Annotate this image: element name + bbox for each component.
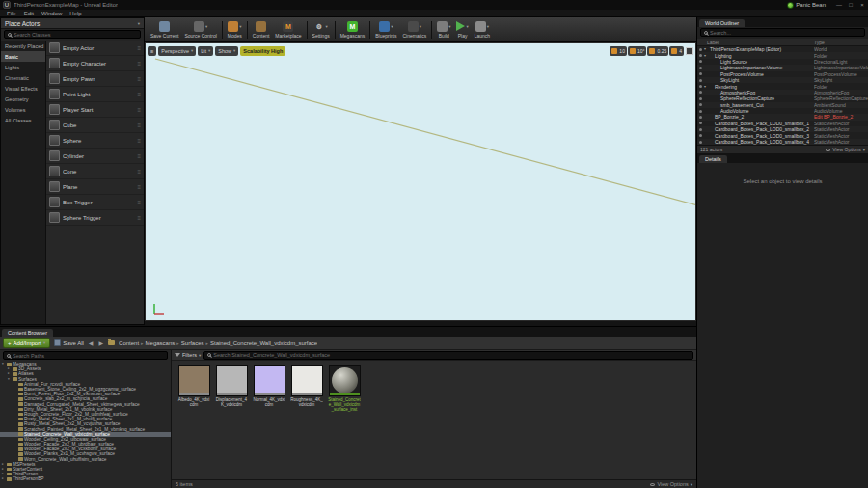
asset-tile[interactable]: Normal_4K_vdxicdm — [253, 365, 285, 407]
asset-tile[interactable]: Stained_Concrete_Wall_vdxicdm_surface_in… — [328, 365, 361, 413]
place-actor-item[interactable]: Box Trigger ≡ — [46, 195, 144, 210]
breadcrumb-item[interactable]: Surfaces — [181, 340, 204, 346]
column-type[interactable]: Type — [814, 40, 868, 45]
place-actor-item[interactable]: Cube ≡ — [46, 118, 144, 133]
visibility-eye-icon[interactable] — [697, 122, 704, 124]
place-actor-item[interactable]: Cone ≡ — [46, 164, 144, 179]
dropdown-arrow-icon[interactable]: ▾ — [239, 24, 241, 29]
visibility-eye-icon[interactable] — [697, 79, 704, 82]
outliner-view-options[interactable]: View Options ▾ — [826, 147, 865, 152]
outliner-search[interactable] — [700, 28, 865, 37]
drag-grip-icon[interactable]: ≡ — [137, 153, 141, 159]
back-arrow-icon[interactable]: ◀ — [88, 339, 95, 346]
chevron-down-icon[interactable]: ▾ — [138, 21, 140, 26]
outliner-row[interactable]: SkyLight SkyLight — [697, 77, 868, 83]
breadcrumb-item[interactable]: Megascans — [146, 340, 176, 346]
outliner-row[interactable]: smb_basement_Cut AmbientSound — [697, 102, 868, 108]
outliner-row[interactable]: ▾ Lighting Folder — [697, 52, 868, 58]
place-actor-item[interactable]: Point Light ≡ — [46, 87, 144, 102]
toolbar-button[interactable]: ▾ Cinematics — [399, 18, 429, 41]
column-label[interactable]: Label — [697, 40, 814, 45]
visibility-eye-icon[interactable] — [697, 67, 704, 69]
viewport-options-icon[interactable]: ≡ — [148, 46, 156, 56]
toolbar-button[interactable]: ▾ Modes — [225, 18, 245, 41]
place-actor-item[interactable]: Empty Pawn ≡ — [46, 71, 144, 87]
maximize-viewport-icon[interactable] — [686, 47, 693, 55]
place-actors-category[interactable]: All Classes — [1, 115, 45, 125]
outliner-row[interactable]: PostProcessVolume PostProcessVolume — [697, 71, 868, 77]
drag-grip-icon[interactable]: ≡ — [137, 200, 141, 205]
paths-search[interactable] — [3, 351, 168, 360]
place-actor-item[interactable]: Sphere ≡ — [46, 133, 144, 149]
drag-grip-icon[interactable]: ≡ — [137, 184, 141, 190]
forward-arrow-icon[interactable]: ▶ — [97, 339, 104, 346]
outliner-row[interactable]: Light Source DirectionalLight — [697, 59, 868, 65]
drag-grip-icon[interactable]: ≡ — [137, 61, 141, 67]
maximize-button[interactable]: □ — [845, 2, 856, 8]
viewport-snap-control[interactable]: 10° — [628, 46, 647, 56]
place-actors-category[interactable]: Volumes — [1, 104, 45, 115]
assets-search[interactable] — [203, 351, 693, 360]
outliner-row[interactable]: ▾ Rendering Folder — [697, 83, 868, 89]
asset-tile[interactable]: Roughness_4K_vdxicdm — [290, 365, 323, 407]
dropdown-arrow-icon[interactable]: ▾ — [420, 24, 421, 29]
viewport-snap-control[interactable]: 10 — [610, 46, 627, 56]
toolbar-button[interactable]: M ▾ Megascans — [338, 18, 368, 41]
place-actors-category[interactable]: Lights — [1, 62, 45, 72]
outliner-row[interactable]: Cardboard_Boxes_Pack_LOD0_smallbox_2 Sta… — [697, 126, 868, 132]
tab-details[interactable]: Details — [699, 155, 727, 163]
outliner-row[interactable]: LightmassImportanceVolume LightmassImpor… — [697, 65, 868, 70]
visibility-eye-icon[interactable] — [697, 85, 704, 88]
visibility-eye-icon[interactable] — [697, 97, 704, 100]
viewport-mode-button[interactable]: Perspective▾ — [158, 46, 196, 56]
place-actors-search-input[interactable] — [14, 32, 137, 38]
user-avatar[interactable] — [787, 2, 794, 9]
dropdown-arrow-icon[interactable]: ▾ — [205, 24, 207, 29]
place-actors-category[interactable]: Basic — [1, 51, 45, 62]
toolbar-button[interactable]: ▾ Save Current — [148, 18, 181, 41]
viewport-mode-button[interactable]: Show▾ — [215, 46, 238, 56]
level-viewport[interactable]: ≡ Perspective▾Lit▾Show▾ Scalability High… — [145, 42, 696, 321]
tab-world-outliner[interactable]: World Outliner — [699, 19, 745, 27]
toolbar-button[interactable]: ▾ Blueprints — [372, 18, 399, 41]
save-all-button[interactable]: Save All — [54, 339, 84, 346]
expander-arrow-icon[interactable]: ▾ — [2, 362, 6, 366]
toolbar-button[interactable]: ▾ Launch — [472, 18, 493, 41]
drag-grip-icon[interactable]: ≡ — [137, 107, 141, 113]
visibility-eye-icon[interactable] — [697, 128, 704, 131]
add-import-button[interactable]: + Add/Import ▾ — [3, 338, 50, 348]
menu-item[interactable]: Edit — [20, 11, 38, 16]
menu-item[interactable]: Help — [66, 11, 85, 16]
visibility-eye-icon[interactable] — [697, 141, 704, 144]
dropdown-arrow-icon[interactable]: ▾ — [448, 24, 450, 29]
drag-grip-icon[interactable]: ≡ — [137, 215, 141, 221]
visibility-eye-icon[interactable] — [697, 54, 704, 57]
breadcrumb-item[interactable]: Content — [119, 340, 139, 346]
place-actor-item[interactable]: Empty Actor ≡ — [46, 41, 144, 56]
outliner-search-input[interactable] — [710, 30, 861, 36]
drag-grip-icon[interactable]: ≡ — [137, 76, 141, 82]
assets-search-input[interactable] — [213, 352, 690, 358]
outliner-row[interactable]: Cardboard_Boxes_Pack_LOD0_smallbox_3 Sta… — [697, 132, 868, 138]
drag-grip-icon[interactable]: ≡ — [137, 92, 141, 97]
drag-grip-icon[interactable]: ≡ — [137, 45, 141, 51]
visibility-eye-icon[interactable] — [697, 116, 704, 119]
scalability-warning-button[interactable]: Scalability High — [240, 46, 285, 56]
place-actor-item[interactable]: Sphere Trigger ≡ — [46, 210, 144, 226]
folder-tree-item[interactable]: ▸ ThirdPersonBP — [0, 476, 171, 481]
visibility-eye-icon[interactable] — [697, 103, 704, 106]
menu-item[interactable]: File — [3, 11, 20, 16]
toolbar-button[interactable]: M ▾ Marketplace — [272, 18, 304, 41]
visibility-eye-icon[interactable] — [697, 91, 704, 94]
place-actors-category[interactable]: Geometry — [1, 94, 45, 104]
visibility-eye-icon[interactable] — [697, 134, 704, 137]
outliner-row[interactable]: AtmosphericFog AtmosphericFog — [697, 90, 868, 95]
outliner-row[interactable]: ▾ ThirdPersonExampleMap (Editor) World — [697, 46, 868, 52]
dropdown-arrow-icon[interactable]: ▾ — [487, 24, 489, 29]
assets-view-options[interactable]: View Options ▾ — [650, 481, 692, 487]
place-actors-category[interactable]: Cinematic — [1, 72, 45, 83]
dropdown-arrow-icon[interactable]: ▾ — [326, 24, 328, 29]
toolbar-button[interactable]: ▾ Content — [250, 18, 273, 41]
place-actors-search[interactable] — [4, 30, 141, 39]
visibility-eye-icon[interactable] — [697, 60, 704, 63]
